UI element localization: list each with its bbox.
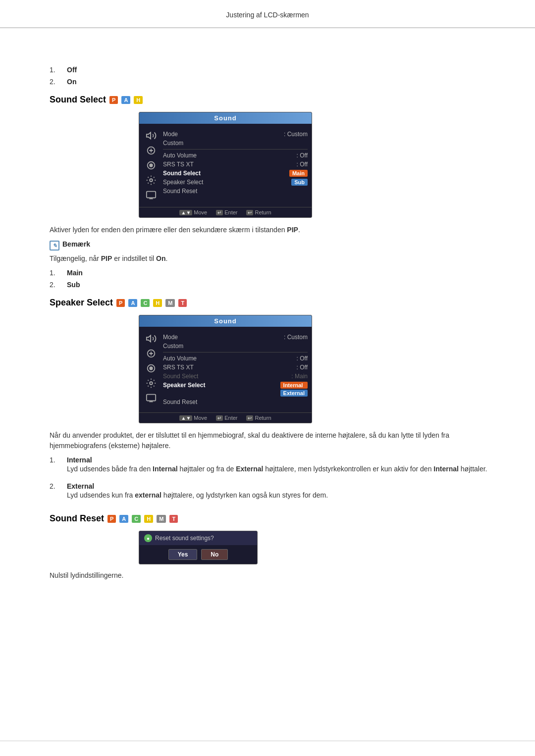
badge-p-sound: P: [109, 96, 118, 104]
sound-select-heading: Sound Select P A H: [50, 95, 495, 105]
badge-p-speaker: P: [116, 299, 125, 307]
osd-footer-speaker-select: ▲▼ Move ↵ Enter ↩ Return: [139, 412, 312, 423]
footer-move-label: Move: [194, 209, 207, 215]
sp-return-icon: ↩: [246, 415, 253, 421]
highlight-external: External: [280, 390, 308, 397]
badge-t-reset: T: [169, 515, 178, 523]
osd-label-soundselect: Sound Select: [163, 170, 201, 177]
badge-t-speaker: T: [178, 299, 187, 307]
reset-question: Reset sound settings?: [155, 535, 214, 542]
list-num-main: 1.: [50, 269, 67, 277]
no-button[interactable]: No: [201, 549, 228, 560]
external-bold-inline-1: External: [236, 465, 263, 473]
osd-menu-speaker-select: Mode : Custom Custom Auto Volume : Off: [163, 331, 312, 408]
list-num-2: 2.: [50, 78, 67, 86]
badge-a-sound: A: [121, 96, 130, 104]
note-box: ✎ Bemærk: [50, 240, 495, 251]
highlight-main: Main: [289, 170, 308, 177]
osd-label-autovolume: Auto Volume: [163, 152, 197, 159]
osd-sp-value-mode: : Custom: [284, 334, 308, 341]
bottom-border: [0, 741, 535, 741]
page-title: Justering af LCD-skærmen: [0, 0, 535, 24]
list-item-sub: 2. Sub: [50, 281, 495, 289]
osd-icon-3: [144, 159, 158, 171]
pip-bold-2: PIP: [101, 254, 112, 262]
svg-point-7: [150, 367, 153, 370]
highlight-sub: Sub: [291, 179, 308, 186]
osd-sp-label-autovolume: Auto Volume: [163, 355, 197, 362]
badge-c-reset: C: [132, 515, 141, 523]
svg-point-2: [150, 164, 153, 167]
badge-m-speaker: M: [165, 299, 175, 307]
internal-bold-inline-1: Internal: [153, 465, 178, 473]
osd-title-sound-select: Sound: [139, 112, 312, 124]
osd-value-autovolume: : Off: [297, 152, 308, 159]
list-item-external: 2. External Lyd udsendes kun fra externa…: [50, 482, 495, 504]
osd-sidebar-sound-select: [139, 128, 163, 203]
pip-bold-1: PIP: [287, 226, 298, 234]
osd-label-speakerselect: Speaker Select: [163, 179, 203, 186]
osd-icon-sp-4: [144, 377, 158, 389]
badge-p-reset: P: [107, 515, 116, 523]
badge-m-reset: M: [157, 515, 166, 523]
osd-label-custom: Custom: [163, 140, 183, 147]
osd-menu-sound-select: Mode : Custom Custom Auto Volume : Off: [163, 128, 312, 203]
move-icon: ▲▼: [179, 210, 192, 215]
osd-icon-5: [144, 189, 158, 201]
speaker-select-osd: Sound: [139, 315, 312, 423]
speaker-select-list: 1. Internal Lyd udsendes både fra den In…: [50, 456, 495, 504]
list-num-external: 2.: [50, 482, 67, 490]
sound-select-list: 1. Main 2. Sub: [50, 269, 495, 289]
svg-rect-9: [147, 395, 156, 401]
osd-icon-sp-5: [144, 392, 158, 404]
sp-move-icon: ▲▼: [179, 415, 192, 421]
external-sub-desc: Lyd udsendes kun fra external højttalere…: [67, 490, 328, 501]
badge-c-speaker: C: [141, 299, 150, 307]
osd-sp-label-soundreset: Sound Reset: [163, 399, 197, 405]
svg-rect-4: [147, 192, 156, 198]
osd-sp-label-custom: Custom: [163, 343, 183, 350]
osd-footer-sound-select: ▲▼ Move ↵ Enter ↩ Return: [139, 207, 312, 217]
badge-a-reset: A: [119, 515, 128, 523]
osd-label-mode: Mode: [163, 131, 178, 138]
osd-sp-label-speakerselect: Speaker Select: [163, 382, 205, 397]
svg-point-3: [150, 179, 153, 182]
list-item-off: 1. Off: [50, 66, 495, 74]
osd-row-sp-mode: Mode : Custom: [163, 333, 308, 342]
list-num-sub: 2.: [50, 281, 67, 289]
enter-icon: ↵: [216, 210, 223, 215]
osd-sidebar-speaker-select: [139, 331, 163, 408]
osd-row-speakerselect: Speaker Select Sub: [163, 178, 308, 187]
list-item-on: 2. On: [50, 78, 495, 86]
external-bold: External: [67, 482, 94, 490]
osd-row-autovolume: Auto Volume : Off: [163, 151, 308, 160]
osd-sp-label-mode: Mode: [163, 334, 178, 341]
osd-row-sp-soundselect: Sound Select : Main: [163, 372, 308, 381]
sp-enter-icon: ↵: [216, 415, 223, 421]
reset-header: ● Reset sound settings?: [139, 531, 257, 545]
sound-reset-title: Sound Reset: [50, 513, 104, 524]
internal-bold-inline-2: Internal: [433, 465, 459, 473]
osd-sp-label-srs: SRS TS XT: [163, 364, 194, 371]
osd-icon-1: [144, 130, 158, 142]
osd-label-srs: SRS TS XT: [163, 161, 194, 168]
badge-h-reset: H: [144, 515, 153, 523]
footer-return-label: Return: [255, 209, 271, 215]
yes-button[interactable]: Yes: [168, 549, 198, 560]
osd-label-soundreset: Sound Reset: [163, 188, 197, 195]
external-bold-inline-2: external: [135, 491, 161, 499]
osd-sp-value-speakerselect: Internal External: [280, 382, 308, 397]
list-num-1: 1.: [50, 66, 67, 74]
osd-sp-value-autovolume: : Off: [297, 355, 308, 362]
list-text-main: Main: [67, 269, 83, 277]
list-text-off: Off: [67, 66, 77, 74]
footer-enter-label: Enter: [224, 209, 237, 215]
osd-value-soundselect: Main: [289, 170, 308, 177]
sound-select-title: Sound Select: [50, 95, 106, 105]
osd-row-soundreset: Sound Reset: [163, 187, 308, 196]
list-item-main: 1. Main: [50, 269, 495, 277]
speaker-select-title: Speaker Select: [50, 298, 113, 308]
reset-header-icon: ●: [144, 534, 152, 542]
list-num-internal: 1.: [50, 456, 67, 464]
list-text-sub: Sub: [67, 281, 80, 289]
